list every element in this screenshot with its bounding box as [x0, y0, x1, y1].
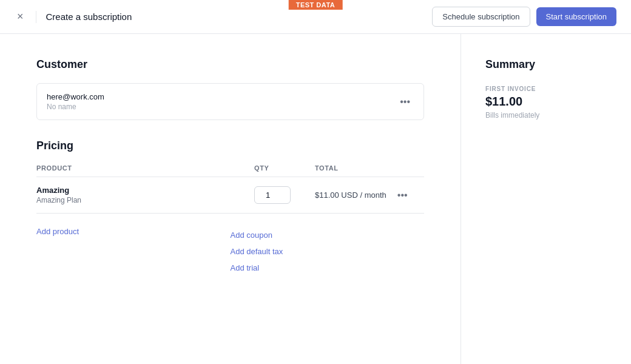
add-product-button[interactable]: Add product — [36, 218, 79, 236]
schedule-subscription-button[interactable]: Schedule subscription — [432, 7, 530, 27]
add-default-tax-button[interactable]: Add default tax — [231, 244, 283, 258]
product-plan: Amazing Plan — [36, 196, 254, 204]
header-divider — [36, 11, 36, 23]
product-total-price: $11.00 USD / month — [315, 190, 386, 200]
quantity-input[interactable] — [254, 186, 291, 204]
pricing-section: Pricing PRODUCT QTY TOTAL Amazing Amazin… — [36, 140, 424, 275]
customer-card: here@work.com No name ••• — [36, 83, 424, 120]
pricing-table-header: PRODUCT QTY TOTAL — [36, 164, 424, 177]
product-qty-cell — [254, 186, 315, 204]
add-coupon-button[interactable]: Add coupon — [231, 228, 272, 242]
product-row: Amazing Amazing Plan $11.00 USD / month … — [36, 177, 424, 214]
main-layout: Customer here@work.com No name ••• Prici… — [0, 34, 631, 364]
close-button[interactable]: × — [15, 8, 26, 25]
col-product-header: PRODUCT — [36, 164, 254, 172]
col-total-header: TOTAL — [315, 164, 424, 172]
summary-title: Summary — [485, 58, 607, 71]
summary-bills: Bills immediately — [485, 111, 607, 120]
add-trial-button[interactable]: Add trial — [231, 261, 260, 275]
customer-name: No name — [47, 103, 104, 111]
add-product-cell: Add product — [36, 218, 231, 236]
test-data-banner: TEST DATA — [289, 0, 343, 10]
product-total-cell: $11.00 USD / month ••• — [315, 189, 424, 202]
col-qty-header: QTY — [254, 164, 315, 172]
banner-label: TEST DATA — [296, 1, 336, 8]
pricing-section-title: Pricing — [36, 140, 424, 152]
customer-section: Customer here@work.com No name ••• — [36, 58, 424, 120]
customer-info: here@work.com No name — [47, 92, 104, 111]
customer-email: here@work.com — [47, 92, 104, 101]
summary-amount: $11.00 — [485, 95, 607, 109]
product-info: Amazing Amazing Plan — [36, 186, 254, 204]
customer-more-button[interactable]: ••• — [396, 95, 414, 109]
close-icon: × — [17, 10, 24, 23]
customer-section-title: Customer — [36, 58, 424, 71]
header-actions: Schedule subscription Start subscription — [432, 7, 616, 27]
product-name: Amazing — [36, 186, 254, 195]
bottom-actions-row: Add product Add coupon Add default tax A… — [36, 218, 424, 275]
header-left: × Create a subscription — [15, 8, 132, 25]
add-links-cell: Add coupon Add default tax Add trial — [231, 228, 425, 275]
main-content: Customer here@work.com No name ••• Prici… — [0, 34, 461, 364]
start-subscription-button[interactable]: Start subscription — [536, 7, 616, 26]
summary-sidebar: Summary FIRST INVOICE $11.00 Bills immed… — [461, 34, 631, 364]
product-more-button[interactable]: ••• — [394, 189, 411, 202]
page-title: Create a subscription — [46, 12, 132, 22]
first-invoice-label: FIRST INVOICE — [485, 86, 607, 92]
